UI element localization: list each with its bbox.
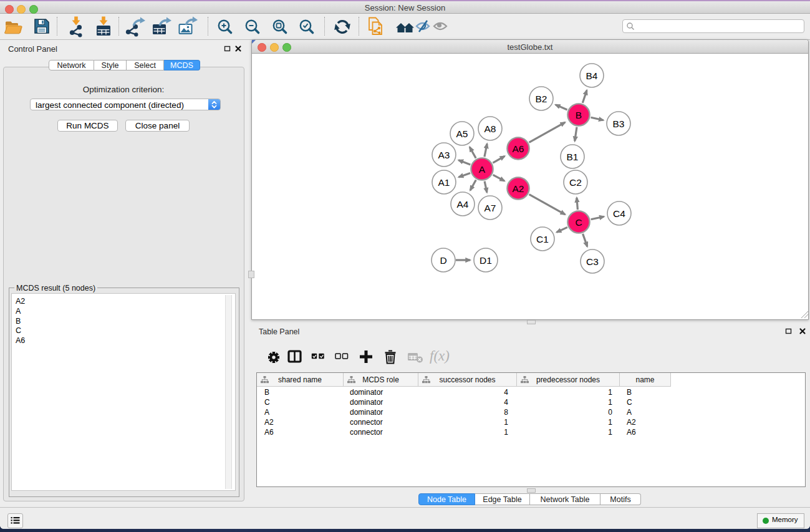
svg-text:A1: A1 [438,177,450,188]
svg-text:A2: A2 [513,183,524,194]
svg-text:B3: B3 [613,118,625,129]
svg-text:A4: A4 [457,199,469,210]
svg-text:B2: B2 [536,94,547,104]
svg-text:D1: D1 [480,255,492,266]
svg-text:B1: B1 [567,152,579,162]
svg-text:C4: C4 [613,208,625,219]
svg-text:C: C [575,217,582,228]
svg-text:A5: A5 [456,128,468,139]
svg-text:B4: B4 [586,70,598,81]
svg-text:A: A [479,164,486,175]
svg-text:A3: A3 [438,150,450,160]
svg-text:B: B [576,110,582,120]
svg-text:A6: A6 [513,143,524,154]
svg-text:A7: A7 [485,203,496,213]
svg-text:C2: C2 [569,177,582,188]
svg-text:A8: A8 [485,123,496,134]
svg-text:D: D [440,255,446,266]
svg-text:C3: C3 [586,256,599,267]
svg-text:C1: C1 [536,234,549,244]
